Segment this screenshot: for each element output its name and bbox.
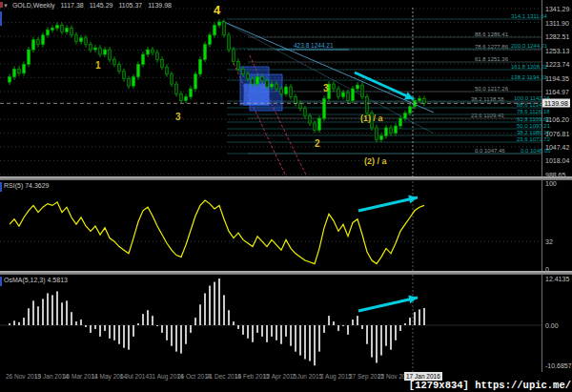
trend-arrow-rsi[interactable] [358, 196, 418, 211]
price-tick: 1282.51 [545, 33, 569, 40]
pane-accent-rsi [0, 182, 2, 192]
price-tick: 1341.29 [545, 6, 569, 12]
osma-tick: 0.00 [545, 322, 559, 329]
osma-tick: -10.6857 [545, 362, 572, 369]
svg-text:3: 3 [323, 83, 329, 93]
ohlc-close: 1139.98 [148, 2, 172, 9]
watermark-text: [1279x834] https://upic.me/ [409, 380, 571, 392]
rsi-label: RSI(5) 74.3629 [4, 182, 49, 189]
rsi-tick: 100 [545, 180, 557, 187]
svg-text:2: 2 [315, 138, 320, 149]
current-price-box: 1139.98 [542, 99, 570, 108]
chevron-down-icon[interactable]: ▼ [3, 3, 9, 9]
pane-separator-2[interactable] [0, 271, 572, 275]
price-tick: 1018.04 [545, 157, 569, 164]
osma-label: OsMA(5,12,3) 4.5813 [4, 277, 68, 283]
ohlc-low: 1105.37 [118, 2, 142, 9]
price-tick: 1194.35 [545, 74, 569, 81]
mt4-chart-window: ▼ GOLD,Weekly 1117.38 1145.29 1105.37 11… [0, 0, 572, 392]
svg-text:4: 4 [214, 3, 221, 17]
pane-accent-main [0, 11, 2, 26]
time-axis-label: 7 Jun 2015 [292, 373, 322, 380]
svg-text:200.0 1244.21: 200.0 1244.21 [511, 43, 548, 49]
osma-histogram [9, 279, 425, 365]
svg-text:23.6 1109.43: 23.6 1109.43 [471, 113, 504, 118]
osma-tick: 12.4135 [545, 275, 569, 281]
svg-text:78.6 1126.18: 78.6 1126.18 [517, 109, 550, 114]
candles [9, 19, 426, 142]
chart-title: ▼ GOLD,Weekly 1117.38 1145.29 1105.37 11… [3, 1, 175, 10]
svg-text:50.0 1097.21: 50.0 1097.21 [517, 123, 551, 129]
price-tick: 1253.13 [545, 47, 569, 53]
main-chart-canvas[interactable]: 88.6 1286.4178.6 1277.8661.8 1251.3650.0… [0, 0, 572, 176]
price-tick: 1311.90 [545, 19, 569, 26]
price-tick: 1164.97 [545, 89, 569, 95]
symbol-timeframe-label: GOLD,Weekly [12, 2, 55, 9]
time-axis-label: 2 Aug 2015 [320, 373, 352, 380]
time-axis-label: 6 Jul 2014 [120, 373, 149, 380]
svg-text:3: 3 [175, 112, 181, 122]
price-tick: 1047.42 [545, 144, 569, 151]
svg-text:161.8 1208.22: 161.8 1208.22 [511, 64, 548, 70]
svg-text:423.8 1244.21: 423.8 1244.21 [294, 42, 334, 49]
rsi-pane-canvas[interactable] [0, 181, 572, 271]
trend-arrow-osma[interactable] [358, 296, 418, 311]
price-tick: 1076.81 [545, 130, 569, 136]
rsi-tick: 32 [545, 238, 553, 245]
ohlc-high: 1145.29 [90, 2, 113, 9]
osma-pane-canvas[interactable] [0, 275, 572, 372]
svg-text:23.6 1071.72: 23.6 1071.72 [517, 136, 551, 142]
pane-separator-1[interactable] [0, 176, 572, 180]
price-tick: 1223.74 [545, 61, 569, 68]
svg-text:1: 1 [95, 60, 101, 71]
svg-text:88.6 1286.41: 88.6 1286.41 [475, 31, 509, 37]
svg-text:50.0 1217.26: 50.0 1217.26 [475, 86, 509, 92]
svg-text:(1) / a: (1) / a [360, 113, 384, 123]
price-tick: 1106.20 [545, 116, 569, 123]
svg-text:61.8 1251.36: 61.8 1251.36 [475, 56, 509, 62]
svg-text:0.0 1047.46: 0.0 1047.46 [475, 148, 505, 154]
svg-text:(2) / a: (2) / a [364, 156, 388, 166]
pane-accent-osma [0, 277, 2, 286]
price-axis-line [541, 0, 542, 372]
ohlc-open: 1117.38 [60, 2, 83, 9]
